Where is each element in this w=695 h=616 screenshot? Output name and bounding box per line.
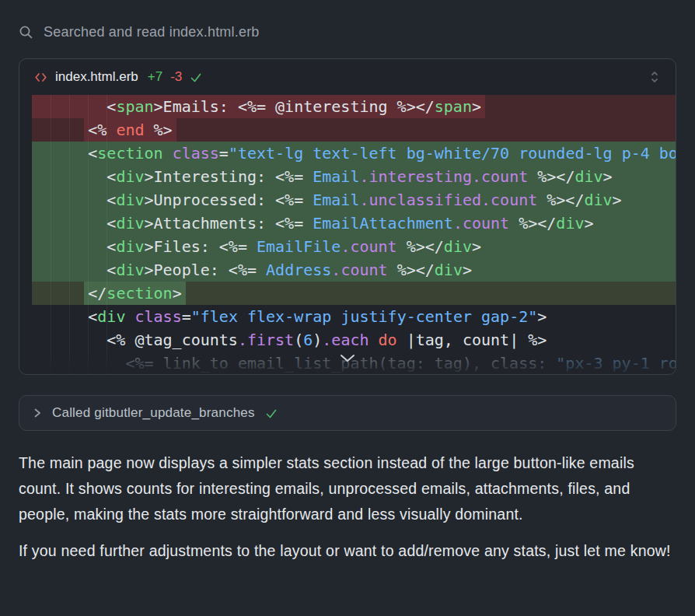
code-line: <% end %> <box>32 118 676 142</box>
code-line: </section> <box>32 282 676 305</box>
code-line: <div>People: <%= Address.count %></div> <box>32 258 676 282</box>
expand-collapse-chevron-icon[interactable] <box>648 70 661 84</box>
code-line: <div>Files: <%= EmailFile.count %></div> <box>32 235 676 258</box>
check-icon <box>265 408 278 419</box>
code-line: <div>Unprocessed: <%= Email.unclassified… <box>32 188 676 212</box>
tool-status-searched[interactable]: Searched and read index.html.erb <box>0 0 695 40</box>
assistant-answer: The main page now displays a simpler sta… <box>0 431 695 564</box>
answer-paragraph: The main page now displays a simpler sta… <box>19 450 676 527</box>
additions-count: +7 <box>148 69 162 85</box>
answer-paragraph: If you need further adjustments to the l… <box>19 538 676 564</box>
search-icon <box>19 25 33 40</box>
code-line: <span>Emails: <%= @interesting %></span> <box>32 95 676 118</box>
code-icon <box>34 72 47 83</box>
chat-page: Searched and read index.html.erb index.h… <box>0 0 695 616</box>
check-icon <box>190 72 202 83</box>
chevron-down-icon[interactable] <box>340 354 355 363</box>
code-line: <div class="flex flex-wrap justify-cente… <box>32 305 676 328</box>
code-diff[interactable]: <span>Emails: <%= @interesting %></span>… <box>19 95 676 374</box>
code-line: <section class="text-lg text-left bg-whi… <box>32 142 676 165</box>
chevron-right-icon <box>33 408 42 418</box>
code-line: <div>Attachments: <%= EmailAttachment.co… <box>32 212 676 235</box>
file-name: index.html.erb <box>55 69 138 85</box>
code-line: <div>Interesting: <%= Email.interesting.… <box>32 165 676 188</box>
status-label: Searched and read index.html.erb <box>44 24 260 40</box>
deletions-count: -3 <box>170 69 182 85</box>
diff-panel: index.html.erb +7 -3 <box>19 58 676 375</box>
diff-header[interactable]: index.html.erb +7 -3 <box>19 59 676 95</box>
tool-row-gitbutler[interactable]: Called gitbutler_update_branches <box>19 395 676 431</box>
code-line: <% @tag_counts.first(6).each do |tag, co… <box>32 328 676 352</box>
tool-label: Called gitbutler_update_branches <box>52 405 255 421</box>
